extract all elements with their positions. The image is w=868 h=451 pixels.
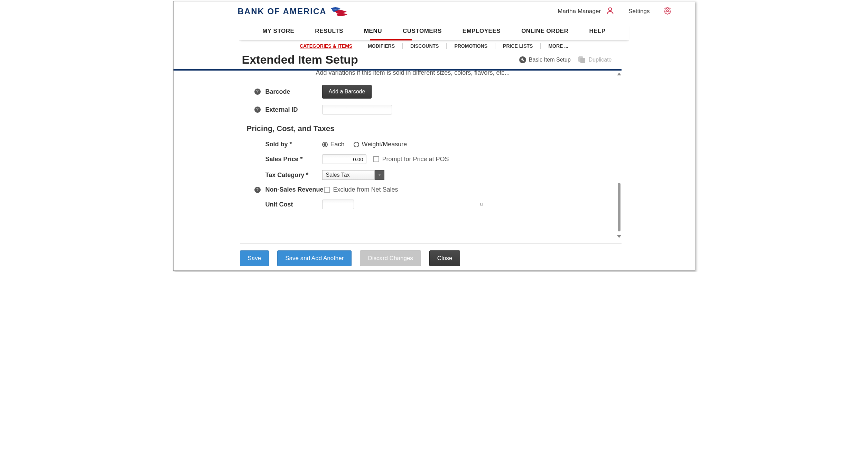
active-tab-indicator bbox=[370, 39, 412, 40]
page-title-row: Extended Item Setup Basic Item Setup Dup… bbox=[174, 51, 622, 71]
content-scroll-area: Add variations if this item is sold in d… bbox=[240, 71, 622, 240]
subtab-discounts[interactable]: DISCOUNTS bbox=[403, 43, 447, 49]
row-tax-category: ? Tax Category * Sales Tax bbox=[240, 167, 622, 183]
sub-nav: CATEGORIES & ITEMS MODIFIERS DISCOUNTS P… bbox=[174, 40, 695, 51]
basic-item-setup-label: Basic Item Setup bbox=[529, 57, 571, 63]
row-non-sales-revenue: ? Non-Sales Revenue Exclude from Net Sal… bbox=[240, 183, 622, 197]
tax-category-select[interactable]: Sales Tax bbox=[322, 170, 384, 180]
page-title: Extended Item Setup bbox=[242, 53, 512, 66]
variations-hint-text: Add variations if this item is sold in d… bbox=[240, 71, 622, 82]
external-id-input[interactable] bbox=[322, 105, 392, 114]
help-icon[interactable]: ? bbox=[254, 107, 261, 113]
close-button[interactable]: Close bbox=[429, 250, 460, 266]
tab-online-order[interactable]: ONLINE ORDER bbox=[521, 28, 568, 36]
duplicate-link[interactable]: Duplicate bbox=[578, 56, 612, 63]
header-bar: BANK OF AMERICA Martha Manager Settings bbox=[174, 1, 695, 19]
scroll-thumb[interactable] bbox=[618, 183, 620, 231]
sales-price-label: Sales Price * bbox=[265, 156, 322, 163]
scroll-up-arrow-icon[interactable] bbox=[617, 73, 621, 75]
subtab-price-lists[interactable]: PRICE LISTS bbox=[495, 43, 541, 49]
help-icon[interactable]: ? bbox=[254, 187, 261, 193]
brand-logo: BANK OF AMERICA bbox=[238, 6, 347, 17]
row-unit-cost: ? Unit Cost bbox=[240, 197, 622, 213]
external-id-label: External ID bbox=[265, 106, 322, 113]
tab-results[interactable]: RESULTS bbox=[315, 28, 343, 36]
row-sold-by: ? Sold by * Each Weight/Measure bbox=[240, 138, 622, 151]
sold-by-each-label: Each bbox=[330, 141, 345, 148]
user-name-label: Martha Manager bbox=[558, 8, 601, 15]
row-external-id: ? External ID bbox=[240, 102, 622, 118]
prompt-price-label: Prompt for Price at POS bbox=[382, 156, 449, 163]
duplicate-icon bbox=[578, 56, 586, 63]
tab-menu[interactable]: MENU bbox=[364, 28, 382, 36]
save-button[interactable]: Save bbox=[240, 250, 269, 266]
tab-employees[interactable]: EMPLOYEES bbox=[463, 28, 501, 36]
save-add-another-button[interactable]: Save and Add Another bbox=[277, 250, 352, 266]
scroll-down-arrow-icon[interactable] bbox=[617, 235, 621, 238]
sold-by-label: Sold by * bbox=[265, 141, 322, 148]
main-nav: MY STORE RESULTS MENU CUSTOMERS EMPLOYEE… bbox=[239, 23, 629, 40]
help-icon[interactable]: ? bbox=[254, 89, 261, 95]
section-pricing-heading: Pricing, Cost, and Taxes bbox=[240, 118, 622, 138]
chevron-down-icon[interactable] bbox=[375, 170, 384, 180]
basic-item-setup-link[interactable]: Basic Item Setup bbox=[519, 56, 571, 63]
row-sales-price: ? Sales Price * Prompt for Price at POS bbox=[240, 151, 622, 167]
prompt-price-checkbox[interactable] bbox=[373, 156, 379, 162]
non-sales-label: Non-Sales Revenue bbox=[265, 186, 324, 193]
svg-point-0 bbox=[609, 8, 612, 11]
sold-by-weight-radio[interactable] bbox=[354, 142, 359, 147]
user-icon[interactable] bbox=[606, 6, 615, 17]
tax-category-value: Sales Tax bbox=[322, 170, 375, 180]
duplicate-label: Duplicate bbox=[589, 57, 612, 63]
exclude-net-checkbox[interactable] bbox=[324, 187, 330, 193]
gear-icon[interactable] bbox=[664, 7, 685, 16]
button-bar: Save Save and Add Another Discard Change… bbox=[240, 243, 622, 266]
sold-by-each-radio[interactable] bbox=[322, 142, 328, 147]
subtab-promotions[interactable]: PROMOTIONS bbox=[447, 43, 495, 49]
add-barcode-button[interactable]: Add a Barcode bbox=[322, 85, 372, 99]
subtab-categories-items[interactable]: CATEGORIES & ITEMS bbox=[292, 43, 360, 49]
tab-help[interactable]: HELP bbox=[589, 28, 605, 36]
unit-cost-label: Unit Cost bbox=[265, 201, 322, 208]
sales-price-input[interactable] bbox=[322, 154, 366, 164]
wrench-icon bbox=[519, 56, 526, 63]
unit-cost-input[interactable] bbox=[322, 200, 354, 209]
tab-customers[interactable]: CUSTOMERS bbox=[403, 28, 442, 36]
row-barcode: ? Barcode Add a Barcode bbox=[240, 82, 622, 102]
scrollbar[interactable] bbox=[617, 71, 622, 240]
brand-logo-text: BANK OF AMERICA bbox=[238, 7, 327, 16]
exclude-net-label: Exclude from Net Sales bbox=[333, 186, 398, 193]
tax-category-label: Tax Category * bbox=[265, 172, 322, 179]
svg-point-1 bbox=[666, 10, 669, 12]
discard-changes-button: Discard Changes bbox=[360, 250, 421, 266]
tab-my-store[interactable]: MY STORE bbox=[262, 28, 294, 36]
settings-link[interactable]: Settings bbox=[628, 8, 650, 15]
brand-flag-icon bbox=[330, 6, 347, 17]
barcode-label: Barcode bbox=[265, 88, 322, 95]
app-window: BANK OF AMERICA Martha Manager Settings bbox=[173, 1, 695, 271]
subtab-modifiers[interactable]: MODIFIERS bbox=[360, 43, 403, 49]
subtab-more[interactable]: MORE ... bbox=[541, 43, 576, 49]
sold-by-weight-label: Weight/Measure bbox=[362, 141, 407, 148]
